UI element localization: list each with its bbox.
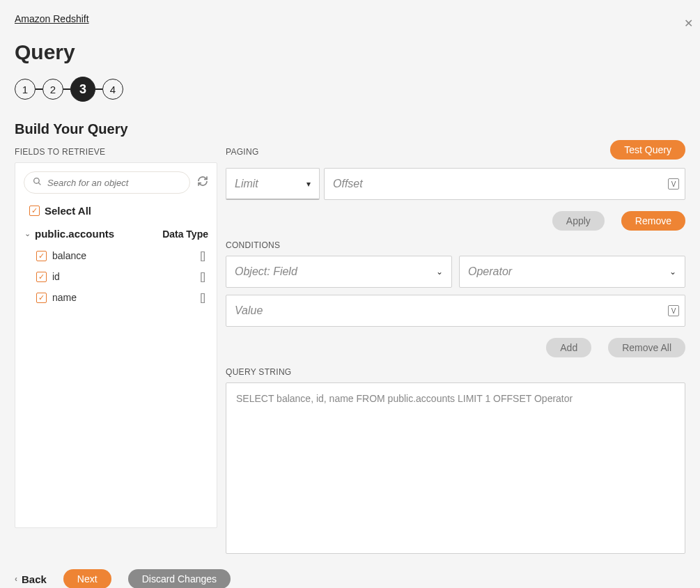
field-row: ✓ balance [] <box>24 245 208 266</box>
field-checkbox[interactable]: ✓ <box>36 272 47 282</box>
close-icon[interactable]: ✕ <box>684 17 693 30</box>
test-query-button[interactable]: Test Query <box>610 140 685 160</box>
limit-select[interactable]: Limit ▾ <box>226 168 320 200</box>
chevron-down-icon: ⌄ <box>436 267 443 277</box>
offset-input[interactable]: Offset V <box>324 168 685 200</box>
discard-button[interactable]: Discard Changes <box>128 569 231 588</box>
field-datatype: [] <box>200 292 208 303</box>
svg-line-1 <box>38 183 40 185</box>
next-button[interactable]: Next <box>63 569 111 588</box>
field-list: ✓ balance [] ✓ id [] ✓ name [] <box>24 245 208 308</box>
remove-all-button[interactable]: Remove All <box>608 338 685 357</box>
chevron-down-icon: ⌄ <box>669 267 676 277</box>
paging-label: PAGING <box>226 147 259 157</box>
remove-button[interactable]: Remove <box>621 211 685 231</box>
object-field-placeholder: Object: Field <box>235 265 297 278</box>
search-input[interactable] <box>47 178 181 188</box>
section-title: Build Your Query <box>15 121 700 137</box>
add-button[interactable]: Add <box>546 338 591 357</box>
step-4[interactable]: 4 <box>102 79 123 100</box>
chevron-down-icon: ▾ <box>306 179 311 189</box>
variable-icon[interactable]: V <box>668 305 679 316</box>
field-row: ✓ id [] <box>24 266 208 287</box>
value-placeholder: Value <box>235 304 263 317</box>
select-all-checkbox[interactable]: ✓ <box>29 206 40 216</box>
fields-panel: ✓ Select All ⌄ public.accounts Data Type… <box>15 162 217 528</box>
field-checkbox[interactable]: ✓ <box>36 251 47 261</box>
field-checkbox[interactable]: ✓ <box>36 293 47 303</box>
page-title: Query <box>15 40 700 64</box>
field-name: id <box>52 271 60 282</box>
variable-icon[interactable]: V <box>668 178 679 189</box>
field-name: balance <box>52 250 86 261</box>
footer: ‹ Back Next Discard Changes <box>0 554 700 588</box>
offset-placeholder: Offset <box>333 178 363 190</box>
query-string-label: QUERY STRING <box>226 367 685 377</box>
conditions-label: CONDITIONS <box>226 240 685 250</box>
breadcrumb: Amazon Redshift <box>0 0 700 25</box>
field-datatype: [] <box>200 250 208 261</box>
select-all-label: Select All <box>45 205 91 217</box>
back-button[interactable]: ‹ Back <box>15 573 47 585</box>
fields-label: FIELDS TO RETRIEVE <box>15 147 217 157</box>
step-connector <box>95 88 102 90</box>
chevron-left-icon: ‹ <box>15 574 17 584</box>
operator-select[interactable]: Operator ⌄ <box>459 256 685 288</box>
field-name: name <box>52 292 77 303</box>
apply-button[interactable]: Apply <box>552 211 605 231</box>
search-input-wrap[interactable] <box>24 171 190 194</box>
step-connector <box>36 88 42 90</box>
value-input[interactable]: Value V <box>226 295 685 327</box>
back-label: Back <box>22 573 47 585</box>
step-connector <box>63 88 70 90</box>
object-field-select[interactable]: Object: Field ⌄ <box>226 256 452 288</box>
chevron-down-icon[interactable]: ⌄ <box>24 229 31 238</box>
query-string-box[interactable]: SELECT balance, id, name FROM public.acc… <box>226 382 685 554</box>
breadcrumb-link[interactable]: Amazon Redshift <box>15 13 89 24</box>
step-1[interactable]: 1 <box>15 79 36 100</box>
field-datatype: [] <box>200 271 208 282</box>
refresh-icon[interactable] <box>197 176 208 189</box>
object-name: public.accounts <box>35 228 114 240</box>
step-2[interactable]: 2 <box>42 79 63 100</box>
step-3[interactable]: 3 <box>70 77 95 102</box>
search-icon <box>33 177 42 188</box>
datatype-header: Data Type <box>162 229 208 240</box>
limit-placeholder: Limit <box>235 178 258 190</box>
svg-point-0 <box>34 178 40 184</box>
stepper: 1 2 3 4 <box>15 77 700 102</box>
operator-placeholder: Operator <box>468 265 512 278</box>
field-row: ✓ name [] <box>24 287 208 308</box>
